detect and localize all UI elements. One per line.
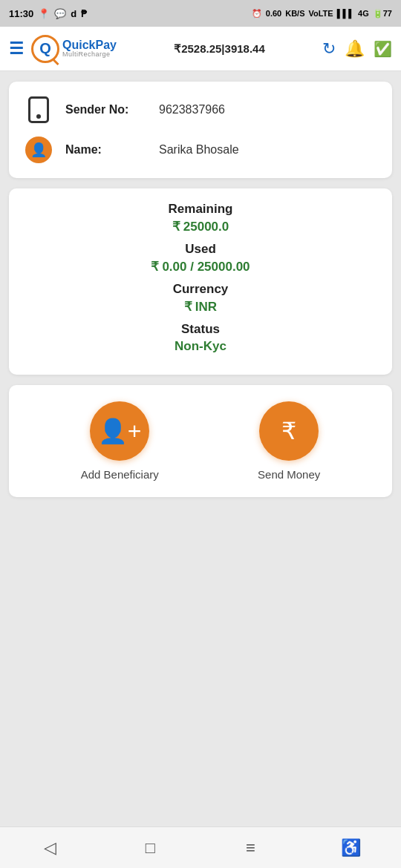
balance-display: ₹2528.25|3918.44	[124, 42, 315, 56]
remaining-value: ₹ 25000.0	[24, 219, 377, 234]
toolbar: ☰ Q QuickPay MultiRecharge ₹2528.25|3918…	[0, 27, 401, 71]
verified-icon: ✅	[374, 40, 392, 58]
rupee-icon-currency: ₹	[184, 299, 192, 315]
rupee-icon-used: ₹	[151, 259, 159, 274]
person-icon: 👤	[25, 137, 52, 163]
currency-section: Currency ₹ INR	[24, 282, 377, 315]
status-time: 11:30	[9, 8, 33, 19]
sender-card: Sender No: 9623837966 👤 Name: Sarika Bho…	[9, 82, 392, 178]
currency-name: INR	[195, 300, 217, 315]
person-icon-wrap: 👤	[24, 135, 53, 165]
add-beneficiary-button[interactable]: 👤+ Add Beneficiary	[81, 401, 159, 481]
status-value: Non-Kyc	[24, 339, 377, 354]
logo-sub: MultiRecharge	[62, 51, 117, 59]
currency-label: Currency	[24, 282, 377, 297]
remaining-label: Remaining	[24, 202, 377, 217]
sender-name-label: Name:	[65, 143, 147, 157]
home-button[interactable]: □	[132, 829, 169, 867]
add-beneficiary-icon-circle: 👤+	[90, 401, 149, 461]
status-left: 11:30 📍 💬 d ₱	[9, 8, 87, 19]
status-right: ⏰ 0.60 KB/S VoLTE ▌▌▌ 4G 🔋77	[252, 9, 392, 19]
refresh-button[interactable]: ↻	[322, 39, 336, 59]
network-icon: 4G	[358, 9, 369, 18]
main-content: Sender No: 9623837966 👤 Name: Sarika Bho…	[0, 71, 401, 826]
logo-text: QuickPay MultiRecharge	[62, 39, 117, 59]
menu-nav-button[interactable]: ≡	[232, 829, 270, 867]
send-money-icon: ₹	[281, 419, 296, 443]
send-money-button[interactable]: ₹ Send Money	[258, 401, 320, 481]
phone-icon	[28, 96, 49, 123]
sender-number-row: Sender No: 9623837966	[24, 95, 377, 125]
used-value: ₹ 0.00 / 25000.00	[24, 259, 377, 274]
data-unit: KB/S	[285, 9, 304, 18]
stats-card: Remaining ₹ 25000.0 Used ₹ 0.00 / 25000.…	[9, 188, 392, 375]
logo: Q QuickPay MultiRecharge	[31, 35, 117, 63]
toolbar-actions: ↻ 🔔 ✅	[322, 39, 392, 59]
data-speed: 0.60	[266, 9, 281, 18]
menu-button[interactable]: ☰	[9, 41, 24, 57]
back-button[interactable]: ◁	[32, 829, 69, 867]
pay-icon: ₱	[81, 8, 87, 19]
send-money-icon-circle: ₹	[259, 401, 319, 461]
battery-icon: 🔋77	[373, 9, 392, 19]
rupee-icon: ₹	[172, 219, 180, 234]
status-bar: 11:30 📍 💬 d ₱ ⏰ 0.60 KB/S VoLTE ▌▌▌ 4G 🔋…	[0, 0, 401, 27]
logo-title: QuickPay	[62, 39, 117, 52]
accessibility-button[interactable]: ♿	[333, 829, 370, 867]
used-label: Used	[24, 242, 377, 257]
status-label: Status	[24, 322, 377, 337]
add-beneficiary-icon: 👤+	[98, 419, 142, 443]
used-amount: 0.00 / 25000.00	[162, 260, 250, 274]
sender-name-row: 👤 Name: Sarika Bhosale	[24, 135, 377, 165]
remaining-section: Remaining ₹ 25000.0	[24, 202, 377, 234]
phone-icon-wrap	[24, 95, 53, 125]
nav-bar: ◁ □ ≡ ♿	[0, 826, 401, 868]
status-section: Status Non-Kyc	[24, 322, 377, 354]
volte-icon: VoLTE	[308, 9, 333, 18]
sender-number-value: 9623837966	[159, 103, 225, 116]
location-icon: 📍	[38, 8, 50, 19]
actions-card: 👤+ Add Beneficiary ₹ Send Money	[9, 385, 392, 497]
message-icon: 💬	[54, 8, 66, 19]
logo-icon: Q	[31, 35, 59, 63]
logo-letter: Q	[39, 40, 51, 57]
sender-number-label: Sender No:	[65, 103, 147, 116]
add-beneficiary-label: Add Beneficiary	[81, 468, 159, 481]
signal-icon: ▌▌▌	[337, 9, 354, 18]
alarm-icon: ⏰	[252, 9, 262, 19]
remaining-amount: 25000.0	[183, 220, 229, 234]
used-section: Used ₹ 0.00 / 25000.00	[24, 242, 377, 274]
d-icon: d	[71, 8, 76, 19]
notification-bell[interactable]: 🔔	[345, 39, 365, 59]
currency-value: ₹ INR	[24, 299, 377, 315]
sender-name-value: Sarika Bhosale	[159, 143, 239, 157]
send-money-label: Send Money	[258, 468, 320, 481]
